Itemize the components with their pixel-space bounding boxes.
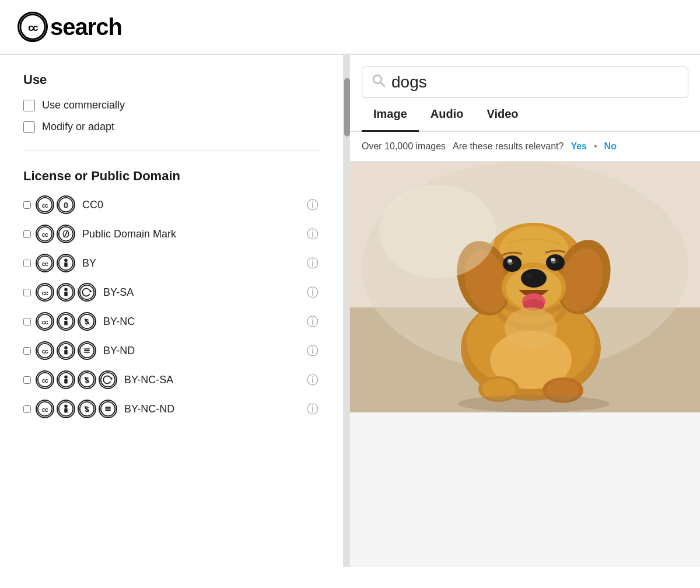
- use-section: Use Use commercially Modify or adapt: [23, 72, 320, 133]
- logo-text: search: [50, 14, 122, 40]
- use-commercially-row: Use commercially: [23, 99, 320, 111]
- by-nc-help-icon[interactable]: ⓘ: [306, 314, 320, 328]
- cc-nc2-icon: $: [78, 370, 96, 389]
- by-nd-help-icon[interactable]: ⓘ: [306, 344, 320, 358]
- results-count: Over 10,000 images: [362, 141, 446, 152]
- by-nc-nd-icons: cc $: [36, 400, 117, 418]
- list-item: cc $ BY-NC ⓘ: [23, 312, 320, 331]
- tab-video[interactable]: Video: [475, 98, 530, 132]
- by-nc-nd-label: BY-NC-ND: [124, 403, 174, 415]
- license-section: License or Public Domain cc 0 CC0 ⓘ: [23, 169, 320, 418]
- content-area: Image Audio Video Over 10,000 images Are…: [350, 55, 700, 567]
- cc-pd-icon: [57, 225, 75, 243]
- results-bar: Over 10,000 images Are these results rel…: [350, 132, 700, 162]
- svg-point-42: [64, 376, 68, 379]
- cc0-checkbox[interactable]: [23, 201, 31, 209]
- cc-zero-icon: 0: [57, 195, 75, 214]
- svg-marker-48: [111, 377, 113, 380]
- by-nc-nd-checkbox[interactable]: [23, 405, 31, 413]
- tab-image[interactable]: Image: [362, 98, 419, 132]
- svg-text:cc: cc: [42, 290, 48, 296]
- by-checkbox[interactable]: [23, 260, 31, 267]
- list-item: cc BY-ND ⓘ: [23, 341, 320, 360]
- cc0-label: CC0: [82, 199, 103, 211]
- cc-by6-icon: [57, 400, 75, 418]
- cc-nd2-icon: [99, 400, 117, 418]
- cc-base-icon: cc: [36, 225, 54, 243]
- relevance-no-button[interactable]: No: [604, 141, 617, 152]
- cc-base-icon: cc: [36, 283, 54, 302]
- use-commercially-checkbox[interactable]: [23, 100, 35, 111]
- svg-text:cc: cc: [28, 22, 38, 33]
- by-nd-checkbox[interactable]: [23, 347, 31, 355]
- by-nc-sa-checkbox[interactable]: [23, 376, 31, 384]
- svg-text:cc: cc: [42, 348, 48, 355]
- svg-text:cc: cc: [42, 261, 48, 267]
- by-nc-checkbox[interactable]: [23, 318, 31, 326]
- svg-point-18: [64, 288, 68, 292]
- scrollbar-thumb[interactable]: [344, 78, 350, 136]
- cc0-icons: cc 0: [36, 195, 75, 214]
- modify-adapt-row: Modify or adapt: [23, 121, 320, 133]
- search-input[interactable]: [391, 73, 678, 92]
- pdm-help-icon[interactable]: ⓘ: [306, 227, 320, 241]
- list-item: cc BY-SA ⓘ: [23, 283, 320, 302]
- tab-audio[interactable]: Audio: [419, 98, 475, 132]
- cc-base-icon: cc: [36, 254, 54, 272]
- svg-point-33: [64, 346, 68, 350]
- by-nc-nd-help-icon[interactable]: ⓘ: [306, 402, 320, 416]
- by-sa-checkbox[interactable]: [23, 289, 31, 296]
- cc-sa-icon: [78, 283, 96, 302]
- relevance-yes-button[interactable]: Yes: [570, 141, 587, 152]
- section-divider: [23, 150, 320, 151]
- by-nd-label: BY-ND: [103, 345, 135, 357]
- modify-adapt-label[interactable]: Modify or adapt: [42, 121, 114, 133]
- cc-base-icon: cc: [36, 370, 54, 389]
- by-sa-icons: cc: [36, 283, 96, 302]
- svg-point-97: [505, 307, 557, 348]
- svg-line-9: [64, 230, 68, 237]
- list-item: cc Public Domain Mark ⓘ: [23, 225, 320, 243]
- search-icon: [372, 74, 386, 91]
- svg-rect-14: [64, 262, 68, 267]
- cc0-help-icon[interactable]: ⓘ: [306, 198, 320, 212]
- cc-base-icon: cc: [36, 400, 54, 418]
- svg-rect-19: [64, 292, 68, 296]
- by-help-icon[interactable]: ⓘ: [306, 256, 320, 270]
- logo[interactable]: cc search: [18, 12, 682, 42]
- svg-rect-34: [64, 350, 68, 354]
- pdm-label: Public Domain Mark: [82, 228, 176, 240]
- relevance-question: Are these results relevant?: [453, 141, 564, 152]
- svg-text:cc: cc: [42, 319, 48, 326]
- by-nc-sa-help-icon[interactable]: ⓘ: [306, 373, 320, 387]
- header: cc search: [0, 0, 700, 55]
- svg-point-82: [526, 274, 533, 278]
- list-item: cc $ BY-NC-SA ⓘ: [23, 370, 320, 389]
- by-sa-help-icon[interactable]: ⓘ: [306, 285, 320, 299]
- license-section-title: License or Public Domain: [23, 169, 320, 184]
- pdm-checkbox[interactable]: [23, 230, 31, 238]
- cc-base-icon: cc: [36, 195, 54, 214]
- cc-by3-icon: [57, 312, 75, 331]
- svg-point-52: [64, 405, 68, 408]
- cc-sa2-icon: [99, 370, 117, 389]
- svg-text:0: 0: [64, 201, 68, 210]
- cc-by2-icon: [57, 283, 75, 302]
- by-label: BY: [82, 257, 96, 270]
- list-item: cc $ BY-NC-ND ⓘ: [23, 400, 320, 418]
- use-section-title: Use: [23, 72, 320, 88]
- use-commercially-label[interactable]: Use commercially: [42, 99, 125, 111]
- scrollbar-track[interactable]: [344, 55, 350, 567]
- cc-by5-icon: [57, 370, 75, 389]
- modify-adapt-checkbox[interactable]: [23, 121, 35, 133]
- svg-line-62: [381, 83, 385, 87]
- svg-point-25: [64, 317, 68, 321]
- svg-text:cc: cc: [42, 232, 48, 238]
- svg-point-90: [555, 259, 560, 262]
- dog-image-result[interactable]: [350, 162, 700, 412]
- pdm-icons: cc: [36, 225, 75, 243]
- by-nc-icons: cc $: [36, 312, 96, 331]
- svg-point-81: [521, 269, 547, 288]
- list-item: cc BY ⓘ: [23, 254, 320, 272]
- list-item: cc 0 CC0 ⓘ: [23, 195, 320, 214]
